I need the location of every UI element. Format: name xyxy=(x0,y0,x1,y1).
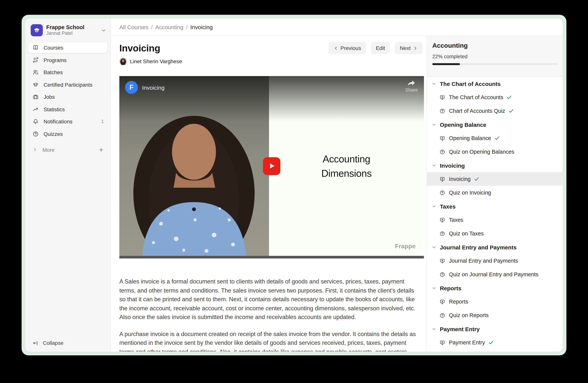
breadcrumb: All Courses/Accounting/Invoicing xyxy=(119,24,213,30)
quiz-label: Quiz on Taxes xyxy=(449,230,484,236)
lesson-video-icon xyxy=(440,340,445,345)
lesson-label: Payment Entry xyxy=(449,340,485,345)
section-title: Journal Entry and Payments xyxy=(440,244,517,250)
outline-quiz-invoicing[interactable]: Quiz on Invoicing xyxy=(427,186,563,199)
outline-quiz-taxes[interactable]: Quiz on Taxes xyxy=(427,227,563,240)
plus-icon[interactable] xyxy=(99,147,104,152)
share-label: Share xyxy=(405,87,418,93)
quiz-icon xyxy=(440,271,445,277)
sidebar-item-label: Courses xyxy=(43,45,104,51)
chevron-down-icon xyxy=(432,163,436,168)
lesson-paragraph: A purchase invoice is a document created… xyxy=(119,329,419,352)
frappe-watermark: Frappe xyxy=(395,243,416,250)
play-icon xyxy=(268,162,275,170)
lesson-video-icon xyxy=(440,135,445,141)
outline-section-payment-entry[interactable]: Payment Entry xyxy=(427,322,563,336)
author-row: Linet Sherin Varghese xyxy=(119,57,427,65)
sidebar-item-batches[interactable]: Batches xyxy=(28,67,108,77)
outline-section-taxes[interactable]: Taxes xyxy=(427,199,563,213)
lesson-label: Opening Balance xyxy=(449,135,491,141)
section-title: Invoicing xyxy=(440,162,465,169)
progress-track xyxy=(432,63,558,65)
video-slide-area: Accounting Dimensions Frappe xyxy=(269,76,424,256)
quiz-label: Chart of Accounts Quiz xyxy=(449,108,505,114)
lesson-label: Journal Entry and Payments xyxy=(449,258,518,264)
lesson-video-icon xyxy=(440,95,445,100)
previous-label: Previous xyxy=(340,45,361,51)
page-title: Invoicing xyxy=(119,43,160,54)
collapse-sidebar-button[interactable]: Collapse xyxy=(28,337,68,348)
sidebar-item-jobs[interactable]: Jobs xyxy=(28,92,108,102)
sidebar-item-label: Batches xyxy=(43,69,104,75)
outline-lesson-payment-entry[interactable]: Payment Entry xyxy=(427,336,563,349)
outline-lesson-taxes[interactable]: Taxes xyxy=(427,213,563,227)
workspace-switcher[interactable]: Frappe School Jannat Patel xyxy=(25,19,111,40)
chevron-right-icon xyxy=(33,147,38,152)
video-progress-bar[interactable] xyxy=(119,256,424,258)
course-title: Accounting xyxy=(432,42,558,50)
outline-section-chart-of-accounts[interactable]: The Chart of Accounts xyxy=(427,77,563,91)
sidebar-more-toggle[interactable]: More xyxy=(28,144,108,155)
video-player[interactable]: Accounting Dimensions Frappe F Invoicing xyxy=(119,76,424,256)
breadcrumb-accounting[interactable]: Accounting xyxy=(155,24,183,30)
sidebar-item-statistics[interactable]: Statistics xyxy=(28,104,108,115)
sidebar-item-programs[interactable]: Programs xyxy=(28,55,108,65)
lesson-label: The Chart of Accounts xyxy=(449,94,503,100)
outline-lesson-the-chart-of-accounts[interactable]: The Chart of Accounts xyxy=(427,91,563,104)
sidebar-menu: Courses Programs Batches Certified Parti… xyxy=(25,40,111,139)
check-icon xyxy=(509,108,514,114)
lesson-video-icon xyxy=(440,258,445,264)
app-window: Frappe School Jannat Patel Courses Progr… xyxy=(25,19,563,352)
check-icon xyxy=(507,95,512,100)
outline-section-invoicing[interactable]: Invoicing xyxy=(427,159,563,172)
outline-quiz-opening-balances[interactable]: Quiz on Opening Balances xyxy=(427,145,563,159)
quiz-icon xyxy=(440,312,445,318)
quiz-icon xyxy=(440,231,445,236)
share-button[interactable]: Share xyxy=(405,80,418,93)
course-progress-header: Accounting 22% completed xyxy=(427,36,563,77)
sidebar-item-courses[interactable]: Courses xyxy=(28,42,108,53)
quiz-icon xyxy=(440,149,445,154)
author-avatar xyxy=(119,57,127,65)
section-title: Opening Balance xyxy=(440,121,486,128)
outline-lesson-opening-balance[interactable]: Opening Balance xyxy=(427,131,563,145)
outline-section-reports[interactable]: Reports xyxy=(427,281,563,295)
outline-lesson-journal-entry-and-payments[interactable]: Journal Entry and Payments xyxy=(427,254,563,268)
chevron-down-icon xyxy=(101,28,106,33)
outline-section-journal-entry-and-payments[interactable]: Journal Entry and Payments xyxy=(427,240,563,254)
frappe-school-logo xyxy=(31,24,43,36)
check-icon xyxy=(474,176,479,182)
next-button[interactable]: Next xyxy=(395,42,423,54)
edit-button[interactable]: Edit xyxy=(371,42,390,54)
sidebar-item-quizzes[interactable]: Quizzes xyxy=(28,129,108,139)
play-button[interactable] xyxy=(263,157,280,175)
sidebar: Frappe School Jannat Patel Courses Progr… xyxy=(25,19,111,352)
previous-button[interactable]: Previous xyxy=(328,42,366,54)
lesson-content: Invoicing Previous Edit Nex xyxy=(111,36,427,352)
outline-lesson-invoicing-active[interactable]: Invoicing xyxy=(427,172,563,186)
lesson-video-icon xyxy=(440,217,445,223)
user-name: Jannat Patel xyxy=(46,31,101,36)
breadcrumb-all-courses[interactable]: All Courses xyxy=(119,24,148,30)
outline-quiz-reports[interactable]: Quiz on Reports xyxy=(427,308,563,322)
check-icon xyxy=(488,340,494,345)
lesson-label: Invoicing xyxy=(449,176,471,182)
quiz-icon xyxy=(440,108,445,114)
collapse-icon xyxy=(33,340,38,346)
chevron-down-icon xyxy=(432,204,436,208)
breadcrumb-current: Invoicing xyxy=(190,24,213,30)
outline-lesson-reports[interactable]: Reports xyxy=(427,295,563,308)
channel-avatar[interactable]: F xyxy=(125,81,138,94)
course-outline-list: The Chart of Accounts The Chart of Accou… xyxy=(427,77,563,352)
briefcase-icon xyxy=(33,94,39,100)
sidebar-item-notifications[interactable]: Notifications 1 xyxy=(28,116,108,127)
video-title[interactable]: Invoicing xyxy=(142,84,165,91)
window-frame: Frappe School Jannat Patel Courses Progr… xyxy=(21,15,567,355)
outline-section-opening-balance[interactable]: Opening Balance xyxy=(427,118,563,131)
sidebar-item-certified-participants[interactable]: Certified Participants xyxy=(28,79,108,90)
outline-quiz-journal-entry-and-payments[interactable]: Quiz on Journal Entry and Payments xyxy=(427,268,563,281)
sidebar-item-label: Certified Participants xyxy=(43,81,104,88)
progress-label: 22% completed xyxy=(432,54,558,59)
outline-quiz-chart-of-accounts-quiz[interactable]: Chart of Accounts Quiz xyxy=(427,104,563,118)
sidebar-item-label: Jobs xyxy=(43,94,104,100)
